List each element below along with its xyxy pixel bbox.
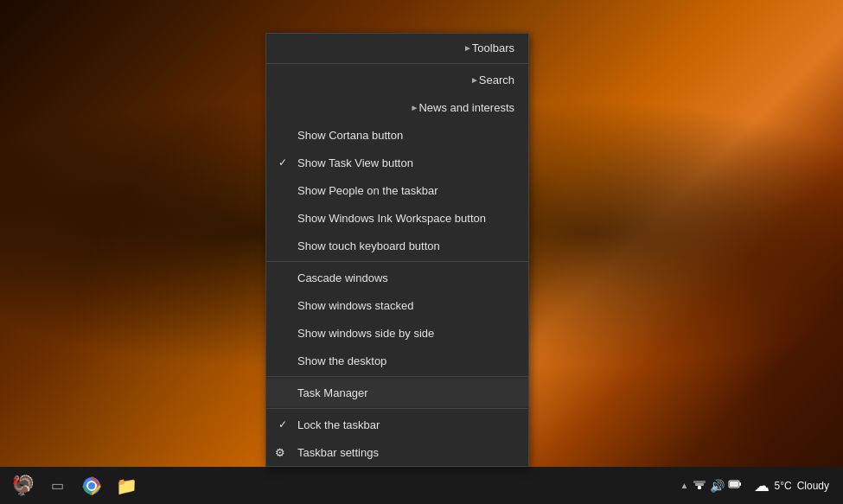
menu-item-show-the-desktop[interactable]: Show the desktop: [266, 347, 528, 374]
svg-point-2: [88, 482, 95, 489]
menu-separator-1: [266, 63, 528, 64]
weather-widget[interactable]: ☁ 5°C Cloudy: [747, 473, 837, 499]
svg-rect-8: [730, 482, 738, 487]
menu-item-show-windows-side-by-side[interactable]: Show windows side by side: [266, 319, 528, 347]
menu-separator-4: [266, 408, 528, 409]
taskbar-left: 🦃 ▭ 📁: [0, 470, 149, 501]
start-button[interactable]: 🦃: [7, 470, 38, 501]
svg-rect-7: [739, 482, 741, 486]
context-menu: ► Toolbars ► Search ► News and interests…: [265, 33, 529, 467]
svg-rect-3: [698, 486, 701, 489]
weather-temp: 5°C: [775, 480, 792, 492]
menu-item-show-windows-ink[interactable]: Show Windows Ink Workspace button: [266, 204, 528, 232]
task-view-button[interactable]: ▭: [42, 470, 73, 501]
menu-item-show-touch-keyboard[interactable]: Show touch keyboard button: [266, 232, 528, 259]
arrow-icon-search: ►: [470, 75, 479, 85]
menu-item-cascade-windows[interactable]: Cascade windows: [266, 264, 528, 291]
file-explorer-icon[interactable]: 📁: [111, 470, 142, 501]
menu-item-show-windows-stacked[interactable]: Show windows stacked: [266, 291, 528, 319]
tray-expand-icon[interactable]: ▲: [680, 481, 689, 490]
checkmark-icon: ✓: [278, 156, 287, 169]
weather-desc: Cloudy: [797, 480, 829, 492]
menu-separator-3: [266, 376, 528, 377]
menu-item-taskbar-settings[interactable]: ⚙ Taskbar settings: [266, 438, 528, 466]
menu-item-show-task-view-button[interactable]: ✓ Show Task View button: [266, 149, 528, 176]
arrow-icon-news: ►: [411, 103, 419, 112]
menu-item-task-manager[interactable]: Task Manager: [266, 379, 528, 406]
menu-item-toolbars[interactable]: ► Toolbars: [266, 34, 528, 61]
menu-separator-2: [266, 261, 528, 262]
arrow-icon: ►: [463, 43, 472, 53]
chrome-icon[interactable]: [76, 470, 107, 501]
network-icon: [693, 477, 706, 494]
weather-cloud-icon: ☁: [754, 476, 770, 495]
battery-icon: [728, 477, 742, 494]
menu-item-show-cortana-button[interactable]: Show Cortana button: [266, 121, 528, 149]
volume-icon[interactable]: 🔊: [710, 479, 725, 493]
menu-item-show-people-on-taskbar[interactable]: Show People on the taskbar: [266, 176, 528, 204]
taskbar-right: ▲ 🔊 ☁ 5°C Cloudy: [674, 473, 843, 499]
tray-icons: ▲ 🔊: [680, 477, 742, 494]
gear-icon: ⚙: [275, 446, 285, 459]
svg-rect-5: [693, 481, 706, 483]
menu-item-lock-the-taskbar[interactable]: ✓ Lock the taskbar: [266, 411, 528, 438]
menu-item-search[interactable]: ► Search: [266, 66, 528, 93]
taskbar: 🦃 ▭ 📁 ▲ 🔊: [0, 467, 843, 504]
checkmark-icon-lock: ✓: [278, 418, 287, 431]
menu-item-news-and-interests[interactable]: ► News and interests: [266, 93, 528, 121]
svg-rect-4: [695, 483, 704, 486]
